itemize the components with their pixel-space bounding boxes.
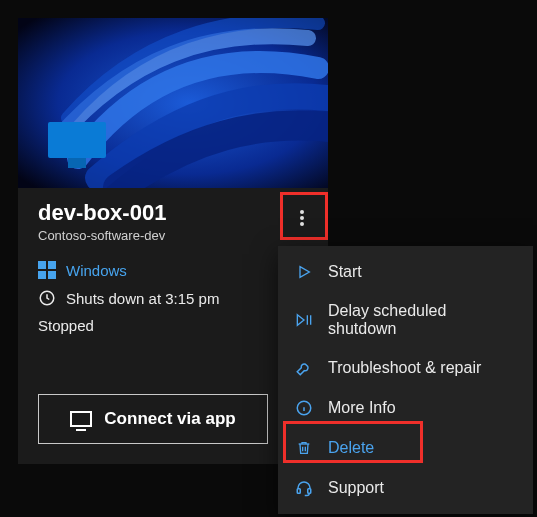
menu-label: Troubleshoot & repair [328,359,481,377]
annotation-highlight-more [280,192,328,240]
menu-label: Start [328,263,362,281]
os-label: Windows [66,262,127,279]
os-row[interactable]: Windows [38,261,308,279]
menu-label: Support [328,479,384,497]
menu-item-start[interactable]: Start [278,252,533,292]
svg-rect-4 [308,489,311,494]
info-icon [294,398,314,418]
clock-icon [38,289,56,307]
annotation-highlight-delete [283,421,423,463]
monitor-icon [48,122,106,170]
menu-item-support[interactable]: Support [278,468,533,508]
monitor-small-icon [70,411,92,427]
connect-button[interactable]: Connect via app [38,394,268,444]
menu-label: Delay scheduled shutdown [328,302,517,338]
schedule-row: Shuts down at 3:15 pm [38,289,308,307]
menu-item-troubleshoot[interactable]: Troubleshoot & repair [278,348,533,388]
svg-rect-3 [297,489,300,494]
headset-icon [294,478,314,498]
status-label: Stopped [38,317,308,334]
menu-label: More Info [328,399,396,417]
play-pause-icon [294,310,314,330]
wrench-icon [294,358,314,378]
schedule-label: Shuts down at 3:15 pm [66,290,219,307]
context-menu: Start Delay scheduled shutdown Troublesh… [278,246,533,514]
devbox-thumbnail [18,18,328,188]
windows-icon [38,261,56,279]
devbox-title: dev-box-001 [38,200,308,226]
play-icon [294,262,314,282]
devbox-project: Contoso-software-dev [38,228,308,243]
menu-item-delay-shutdown[interactable]: Delay scheduled shutdown [278,292,533,348]
connect-label: Connect via app [104,409,235,429]
